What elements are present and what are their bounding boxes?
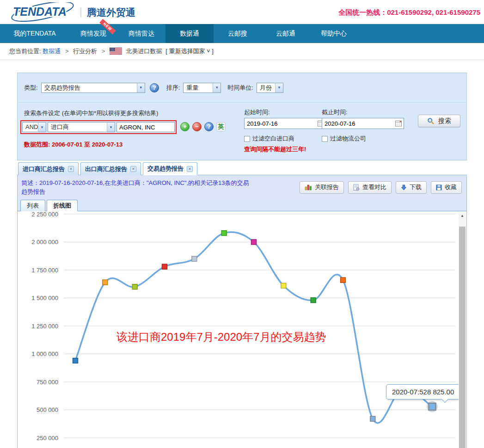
field-select[interactable]: 进口商 ▼	[48, 122, 115, 132]
report-tab-strip: 进口商汇总报告 × 出口商汇总报告 × 交易趋势报告 ×	[17, 162, 467, 175]
chart-marker[interactable]	[162, 264, 167, 269]
tab-exporter-summary[interactable]: 出口商汇总报告 ×	[80, 162, 141, 175]
search-title-text: 搜索条件设定	[24, 110, 60, 117]
chart-marker[interactable]	[132, 284, 137, 289]
report-type-value: 交易趋势报告	[42, 83, 137, 92]
nav-item-cloud-mail-search[interactable]: 云邮搜	[214, 24, 262, 43]
filter-blank-importer-option: 过滤空白进口商	[244, 135, 326, 143]
filter-logistics-checkbox[interactable]	[322, 136, 328, 142]
y-axis-label: 500 000	[37, 406, 58, 413]
chart-marker[interactable]	[370, 416, 375, 421]
nav-label: 商情发现	[80, 30, 106, 38]
y-axis-label: 750 000	[37, 379, 58, 386]
nav-label: 我的TENDATA	[13, 30, 55, 38]
tab-label: 出口商汇总报告	[85, 165, 127, 173]
time-unit-select[interactable]: 月份 ▼	[257, 83, 283, 93]
nav-label: 云邮搜	[228, 30, 247, 38]
chart-tooltip: 2020-07:528 825.00	[386, 384, 460, 399]
breadcrumb-item-industry-analysis[interactable]: 行业分析	[73, 48, 97, 55]
breadcrumb-link-data-hub[interactable]: 数据通	[43, 48, 61, 55]
toolbar: 关联报告 查看对比 下载	[300, 181, 462, 194]
logo-divider: |	[80, 6, 82, 18]
nav-item-cloud-mail[interactable]: 云邮通	[262, 24, 310, 43]
search-icon	[427, 117, 435, 125]
sort-select[interactable]: 重量 ▼	[183, 83, 221, 93]
nav-label: 商情雷达	[129, 30, 154, 38]
logo-text: TENDATA	[13, 5, 67, 18]
trend-chart[interactable]: 2 250 0002 000 0001 750 0001 500 0001 25…	[18, 211, 466, 448]
close-icon[interactable]: ×	[130, 166, 136, 172]
type-label: 类型:	[24, 84, 38, 92]
end-date-input[interactable]	[322, 118, 404, 129]
button-label: 关联报告	[315, 183, 339, 191]
time-unit-value: 月份	[257, 83, 275, 92]
filter-blank-importer-checkbox[interactable]	[244, 136, 250, 142]
help-icon[interactable]: ?	[150, 83, 159, 92]
nav-item-data-hub[interactable]: 数据通	[165, 24, 214, 43]
favorite-button[interactable]: 收藏	[431, 181, 462, 194]
page: TENDATA | 腾道外贸通 全国统一热线：021-61590292, 021…	[0, 0, 484, 448]
search-button[interactable]: 搜索	[418, 115, 460, 127]
scroll-up-icon[interactable]: ▲	[459, 212, 466, 219]
chart-marker[interactable]	[429, 403, 435, 410]
add-condition-icon[interactable]: +	[180, 122, 190, 131]
end-date-field[interactable]	[325, 120, 395, 127]
scrollbar-thumb[interactable]	[459, 227, 466, 448]
report-type-select[interactable]: 交易趋势报告 ▼	[41, 83, 145, 93]
chart-marker[interactable]	[221, 231, 227, 236]
calendar-icon[interactable]	[395, 120, 402, 127]
tab-importer-summary[interactable]: 进口商汇总报告 ×	[18, 162, 79, 175]
breadcrumb-prefix: 您当前位置:	[9, 48, 41, 55]
nav-item-help-center[interactable]: 帮助中心	[310, 24, 358, 43]
filter-panel: 类型: 交易趋势报告 ▼ ? 排序: 重量 ▼ 时间单位: 月份 ▼ 搜索条件设…	[17, 73, 467, 160]
remove-condition-icon[interactable]: −	[192, 122, 202, 131]
chart-marker[interactable]	[311, 298, 316, 303]
chart-marker[interactable]	[192, 256, 197, 261]
summary-text: 简述：2019-07-16-2020-07-16,在北美进口商："AGRON, …	[21, 178, 255, 196]
start-date-input[interactable]	[244, 118, 326, 129]
search-button-label: 搜索	[438, 117, 451, 125]
us-flag-icon	[110, 48, 122, 55]
close-icon[interactable]: ×	[187, 166, 193, 172]
nav-item-business-radar[interactable]: 商情雷达	[117, 24, 165, 43]
chevron-down-icon: ▼	[107, 123, 115, 132]
view-tab-list[interactable]: 列表	[20, 200, 45, 211]
start-date-field[interactable]	[247, 120, 318, 127]
field-value: 进口商	[48, 123, 107, 132]
chart-marker[interactable]	[340, 277, 345, 282]
nav-label: 数据通	[180, 30, 199, 38]
save-disk-icon	[436, 184, 442, 190]
start-date-column: 起始时间: 过滤空白进口商	[244, 108, 326, 143]
filter-logistics-label: 过滤物流公司	[330, 135, 366, 143]
tendata-logo[interactable]: TENDATA	[8, 2, 80, 23]
chart-marker[interactable]	[103, 280, 108, 285]
condition-icons: + − ? 英	[180, 122, 226, 131]
chart-marker[interactable]	[281, 283, 286, 288]
button-label: 查看对比	[362, 183, 386, 191]
related-report-button[interactable]: 关联报告	[300, 181, 344, 194]
close-icon[interactable]: ×	[68, 166, 74, 172]
y-axis-label: 1 750 000	[31, 267, 58, 274]
tab-trend-report[interactable]: 交易趋势报告 ×	[143, 162, 197, 175]
vertical-scrollbar[interactable]: ▲	[459, 212, 466, 448]
compare-document-icon	[353, 184, 360, 191]
y-axis-label: 1 000 000	[31, 350, 58, 357]
nav-item-my-tendata[interactable]: 我的TENDATA	[0, 24, 69, 43]
help-icon[interactable]: ?	[204, 122, 214, 131]
date-range-warning: 查询间隔不能超过三年!	[244, 145, 306, 153]
chart-marker[interactable]	[73, 358, 78, 363]
button-label: 收藏	[445, 183, 457, 191]
view-compare-button[interactable]: 查看对比	[348, 181, 392, 194]
language-toggle[interactable]: 英	[216, 122, 226, 131]
view-tab-line-chart[interactable]: 折线图	[47, 200, 78, 211]
download-button[interactable]: 下载	[396, 181, 427, 194]
download-arrow-icon	[401, 184, 407, 190]
trend-line	[75, 232, 432, 423]
operator-select[interactable]: AND ▼	[22, 122, 46, 132]
reselect-country-link[interactable]: [ 重新选择国家 ˅ ]	[165, 48, 214, 55]
keyword-input[interactable]	[116, 122, 175, 132]
filter-blank-importer-label: 过滤空白进口商	[252, 135, 294, 143]
chart-marker[interactable]	[251, 239, 256, 245]
sort-value: 重量	[184, 83, 213, 92]
nav-item-business-discovery[interactable]: 商情发现 NEW	[69, 24, 117, 43]
